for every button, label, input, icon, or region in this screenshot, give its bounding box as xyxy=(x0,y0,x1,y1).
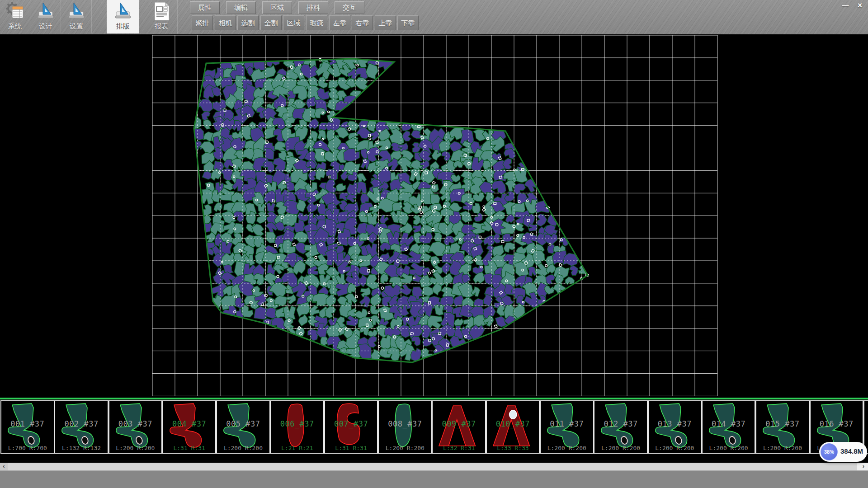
part-shape-tall-icon xyxy=(271,401,324,453)
tool-select-cut[interactable]: 选割 xyxy=(237,15,259,30)
triangle-ruler-icon xyxy=(113,1,133,22)
nav-button-report[interactable]: 报表 xyxy=(146,0,178,33)
minimize-button[interactable]: — xyxy=(839,1,852,11)
part-thumbnail[interactable]: 001_#37L:700 R:700 xyxy=(0,400,55,454)
nesting-canvas-area xyxy=(0,34,868,398)
nested-pieces xyxy=(189,51,589,363)
nav-label-design: 设计 xyxy=(39,22,52,31)
part-shape-boot-icon xyxy=(649,401,701,453)
tool-camera[interactable]: 相机 xyxy=(215,15,236,30)
tool-cluster-nest[interactable]: 聚排 xyxy=(192,15,213,30)
tool-cut-all[interactable]: 全割 xyxy=(260,15,282,30)
nav-button-settings[interactable]: 设置 xyxy=(61,0,92,33)
part-thumbnail[interactable]: 003_#37L:200 R:200 xyxy=(108,400,163,454)
top-toolbar: 系统设计设置排版报表 属性编辑区域排料交互 聚排相机选割全割区域瑕疵左靠右靠上靠… xyxy=(0,0,868,35)
part-shape-boot-icon xyxy=(109,401,162,453)
part-shape-ashape-icon xyxy=(487,401,539,453)
parts-strip: 001_#37L:700 R:700002_#37L:132 R:132003_… xyxy=(0,398,868,463)
part-thumbnail[interactable]: 007_#37L:31 R:31 xyxy=(324,400,378,454)
scroll-right-arrow-icon[interactable]: › xyxy=(859,463,868,470)
menu-properties[interactable]: 属性 xyxy=(190,1,220,14)
nav-label-report: 报表 xyxy=(155,22,168,31)
part-shape-boot-icon xyxy=(703,401,755,453)
part-shape-boot-icon xyxy=(594,401,647,453)
part-shape-boot-icon xyxy=(217,401,269,453)
strip-top-line xyxy=(0,398,868,399)
scrollbar-thumb[interactable] xyxy=(8,463,857,470)
status-bar xyxy=(0,470,868,488)
close-button[interactable]: × xyxy=(854,1,866,11)
menu-edit[interactable]: 编辑 xyxy=(226,1,256,14)
window-controls: — × xyxy=(839,1,866,11)
part-shape-ashape-icon xyxy=(433,401,485,453)
menu-nesting[interactable]: 排料 xyxy=(298,1,328,14)
menu-interact[interactable]: 交互 xyxy=(335,1,364,14)
part-shape-cshape-icon xyxy=(325,401,377,453)
part-thumbnail[interactable]: 010_#37L:33 R:33 xyxy=(486,400,540,454)
tool-align-left[interactable]: 左靠 xyxy=(329,15,350,30)
scroll-left-arrow-icon[interactable]: ‹ xyxy=(0,463,8,470)
part-thumbnail[interactable]: 011_#37L:200 R:200 xyxy=(540,400,594,454)
part-thumbnail[interactable]: 015_#37L:200 R:200 xyxy=(755,400,810,454)
part-thumbnail[interactable]: 012_#37L:200 R:200 xyxy=(594,400,648,454)
tool-zone[interactable]: 区域 xyxy=(283,15,304,30)
app-window: 系统设计设置排版报表 属性编辑区域排料交互 聚排相机选割全割区域瑕疵左靠右靠上靠… xyxy=(0,0,868,488)
tool-align-right[interactable]: 右靠 xyxy=(352,15,373,30)
nesting-canvas[interactable] xyxy=(0,34,868,398)
part-thumbnail[interactable]: 013_#37L:200 R:200 xyxy=(648,400,702,454)
part-thumbnail[interactable]: 002_#37L:132 R:132 xyxy=(54,400,108,454)
menu-region[interactable]: 区域 xyxy=(262,1,292,14)
part-thumbnail[interactable]: 006_#37L:21 R:21 xyxy=(270,400,325,454)
tool-defect[interactable]: 瑕疵 xyxy=(306,15,327,30)
recorder-memory-label: 384.8M xyxy=(840,447,863,455)
nav-label-system: 系统 xyxy=(8,22,22,31)
nav-label-settings: 设置 xyxy=(70,22,83,31)
nav-button-system[interactable]: 系统 xyxy=(0,0,30,33)
part-shape-boot-icon xyxy=(55,401,108,453)
report-document-icon xyxy=(151,1,172,22)
nav-label-layout: 排版 xyxy=(116,22,130,31)
tool-align-bottom[interactable]: 下靠 xyxy=(397,15,419,30)
part-thumbnail[interactable]: 008_#37L:200 R:200 xyxy=(378,400,432,454)
part-shape-tall-icon xyxy=(379,401,431,453)
triangle-ruler-icon xyxy=(66,1,87,22)
part-shape-boot-icon xyxy=(864,401,868,453)
part-shape-boot-icon xyxy=(541,401,593,453)
part-thumbnail[interactable]: 004_#37L:31 R:31 xyxy=(162,400,217,454)
part-shape-boot-icon xyxy=(756,401,809,453)
gear-notebook-icon xyxy=(5,1,25,22)
part-shape-boot-icon xyxy=(1,401,54,453)
part-thumbnail[interactable]: 009_#37L:32 R:31 xyxy=(432,400,486,454)
part-thumbnail[interactable]: 014_#37L:200 R:200 xyxy=(702,400,756,454)
recorder-percent-badge: 38% xyxy=(821,443,838,460)
part-thumbnail[interactable]: 005_#37L:200 R:200 xyxy=(216,400,270,454)
triangle-ruler-icon xyxy=(35,1,56,22)
nav-button-layout[interactable]: 排版 xyxy=(107,0,139,33)
recorder-badge[interactable]: 38% 384.8M xyxy=(819,442,867,462)
horizontal-scrollbar[interactable]: ‹ › xyxy=(0,463,868,470)
tool-align-top[interactable]: 上靠 xyxy=(375,15,396,30)
nav-button-design[interactable]: 设计 xyxy=(31,0,61,33)
part-shape-boot-icon xyxy=(163,401,216,453)
